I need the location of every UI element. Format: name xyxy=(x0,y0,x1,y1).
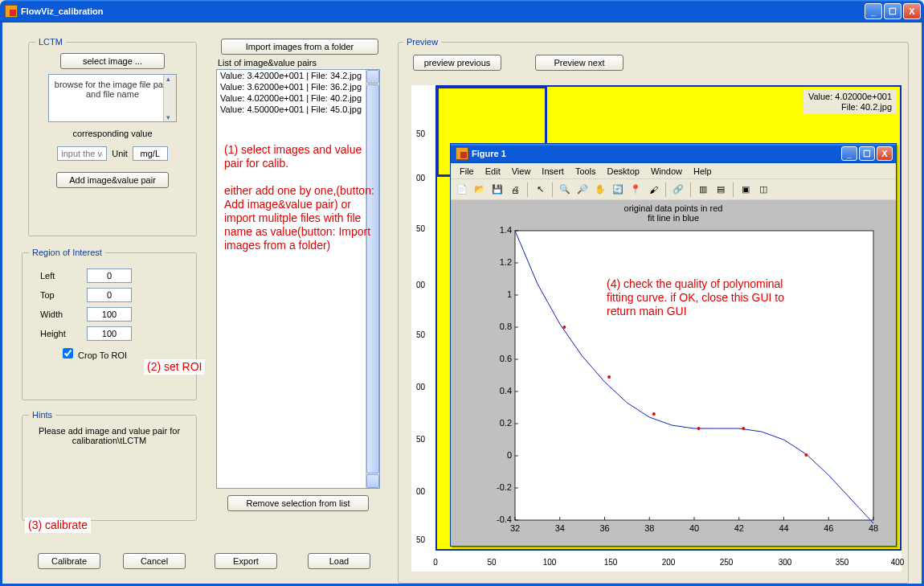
hints-panel: Hints Please add image and value pair fo… xyxy=(22,410,197,521)
import-folder-button[interactable]: Import images from a folder xyxy=(221,39,378,55)
svg-text:48: 48 xyxy=(869,523,878,533)
zoom-in-icon[interactable]: 🔍 xyxy=(557,182,573,198)
figure-titlebar[interactable]: Figure 1 _ ☐ X xyxy=(451,144,896,163)
svg-point-44 xyxy=(804,453,807,457)
main-titlebar[interactable]: FlowViz_calibration _ ☐ X xyxy=(0,0,924,23)
value-input[interactable] xyxy=(57,146,107,161)
brush-icon[interactable]: 🖌 xyxy=(645,182,661,198)
crop-to-roi-label: Crop To ROI xyxy=(78,350,127,360)
figure-window[interactable]: Figure 1 _ ☐ X File Edit View Insert Too… xyxy=(450,143,897,547)
menu-file[interactable]: File xyxy=(456,165,478,178)
preview-ytick: 00 xyxy=(416,281,425,289)
figure-maximize-button[interactable]: ☐ xyxy=(859,146,875,161)
preview-xtick: 300 xyxy=(779,558,792,567)
figure-minimize-button[interactable]: _ xyxy=(841,146,857,161)
menu-edit[interactable]: Edit xyxy=(481,165,505,178)
roi-width-label: Width xyxy=(40,309,72,319)
show-tools-icon[interactable]: ◫ xyxy=(755,182,771,198)
listbox-scrollbar[interactable] xyxy=(366,70,379,488)
svg-text:0: 0 xyxy=(507,450,512,460)
roi-width-input[interactable] xyxy=(87,307,132,322)
list-item[interactable]: Value: 3.42000e+001 | File: 34.2.jpg xyxy=(217,70,379,81)
svg-point-39 xyxy=(562,326,566,329)
svg-text:36: 36 xyxy=(599,523,609,533)
figure-menubar[interactable]: File Edit View Insert Tools Desktop Wind… xyxy=(451,163,896,179)
scroll-up-icon[interactable] xyxy=(366,70,379,84)
menu-window[interactable]: Window xyxy=(647,165,686,178)
window-title: FlowViz_calibration xyxy=(21,6,104,16)
menu-desktop[interactable]: Desktop xyxy=(603,165,644,178)
preview-xtick: 150 xyxy=(604,558,618,567)
calibrate-button[interactable]: Calibrate xyxy=(38,553,100,569)
figure-close-button[interactable]: X xyxy=(877,146,893,161)
roi-top-label: Top xyxy=(40,290,72,300)
menu-insert[interactable]: Insert xyxy=(538,165,568,178)
svg-rect-0 xyxy=(515,231,873,520)
add-pair-button[interactable]: Add image&value pair xyxy=(56,172,169,188)
roi-left-input[interactable] xyxy=(87,268,132,283)
scroll-down-icon[interactable] xyxy=(366,474,379,488)
unit-input[interactable] xyxy=(133,146,168,161)
app-icon xyxy=(5,5,18,18)
preview-xtick: 200 xyxy=(662,558,676,567)
close-button[interactable]: X xyxy=(903,3,921,19)
toolbar-separator xyxy=(733,182,734,197)
toolbar-separator xyxy=(527,182,528,197)
toolbar-separator xyxy=(665,182,666,197)
svg-text:0.2: 0.2 xyxy=(500,418,512,428)
legend-icon[interactable]: ▤ xyxy=(713,182,729,198)
open-icon[interactable]: 📂 xyxy=(472,182,488,198)
preview-ytick: 00 xyxy=(416,174,425,182)
preview-previous-button[interactable]: preview previous xyxy=(413,55,501,71)
link-icon[interactable]: 🔗 xyxy=(670,182,686,198)
roi-height-input[interactable] xyxy=(87,326,132,341)
data-cursor-icon[interactable]: 📍 xyxy=(628,182,644,198)
save-icon[interactable]: 💾 xyxy=(489,182,505,198)
remove-selection-button[interactable]: Remove selection from list xyxy=(227,495,369,511)
svg-point-42 xyxy=(697,427,701,430)
pairs-listbox[interactable]: Value: 3.42000e+001 | File: 34.2.jpg Val… xyxy=(216,69,380,489)
svg-point-43 xyxy=(742,427,745,430)
export-button[interactable]: Export xyxy=(215,553,277,569)
figure-plot-title: original data points in red fit line in … xyxy=(451,203,896,223)
svg-text:40: 40 xyxy=(689,523,699,533)
pan-icon[interactable]: ✋ xyxy=(592,182,608,198)
unit-label: Unit xyxy=(112,149,128,158)
hide-tools-icon[interactable]: ▣ xyxy=(738,182,754,198)
figure-app-icon xyxy=(456,147,468,160)
roi-height-label: Height xyxy=(40,329,72,338)
list-label: List of image&value pairs xyxy=(218,58,317,68)
menu-tools[interactable]: Tools xyxy=(571,165,600,178)
image-path-textarea[interactable]: browse for the image file path and file … xyxy=(48,74,177,122)
list-item[interactable]: Value: 4.50000e+001 | File: 45.0.jpg xyxy=(217,104,379,115)
svg-text:0.8: 0.8 xyxy=(500,322,512,331)
preview-xtick: 350 xyxy=(836,558,849,567)
preview-next-button[interactable]: Preview next xyxy=(535,55,623,71)
print-icon[interactable]: 🖨 xyxy=(507,182,523,198)
list-item[interactable]: Value: 3.62000e+001 | File: 36.2.jpg xyxy=(217,81,379,92)
new-figure-icon[interactable]: 📄 xyxy=(454,182,470,198)
select-image-button[interactable]: select image ... xyxy=(60,53,165,69)
load-button[interactable]: Load xyxy=(308,553,370,569)
list-item[interactable]: Value: 4.02000e+001 | File: 40.2.jpg xyxy=(217,92,379,104)
rotate-icon[interactable]: 🔄 xyxy=(610,182,626,198)
hints-text: Please add image and value pair for cali… xyxy=(29,426,190,445)
minimize-button[interactable]: _ xyxy=(865,3,882,19)
zoom-out-icon[interactable]: 🔎 xyxy=(574,182,591,198)
pointer-icon[interactable]: ↖ xyxy=(532,182,548,198)
crop-to-roi-checkbox[interactable] xyxy=(63,348,73,359)
roi-top-input[interactable] xyxy=(87,288,132,302)
annotation-4: (4) check the quality of polynominal fit… xyxy=(607,277,791,318)
textarea-scrollbar[interactable] xyxy=(163,75,176,121)
preview-xtick: 100 xyxy=(543,558,557,567)
colorbar-icon[interactable]: ▥ xyxy=(695,182,711,198)
figure-toolbar[interactable]: 📄 📂 💾 🖨 ↖ 🔍 🔎 ✋ 🔄 📍 🖌 🔗 ▥ ▤ ▣ ◫ xyxy=(451,179,896,200)
menu-view[interactable]: View xyxy=(508,165,535,178)
preview-ytick: 50 xyxy=(416,330,425,339)
maximize-button[interactable]: ☐ xyxy=(884,3,902,19)
cancel-button[interactable]: Cancel xyxy=(123,553,186,569)
svg-text:1.4: 1.4 xyxy=(500,226,512,235)
preview-ytick: 50 xyxy=(416,535,425,544)
menu-help[interactable]: Help xyxy=(689,165,716,178)
preview-ytick: 00 xyxy=(416,383,425,391)
